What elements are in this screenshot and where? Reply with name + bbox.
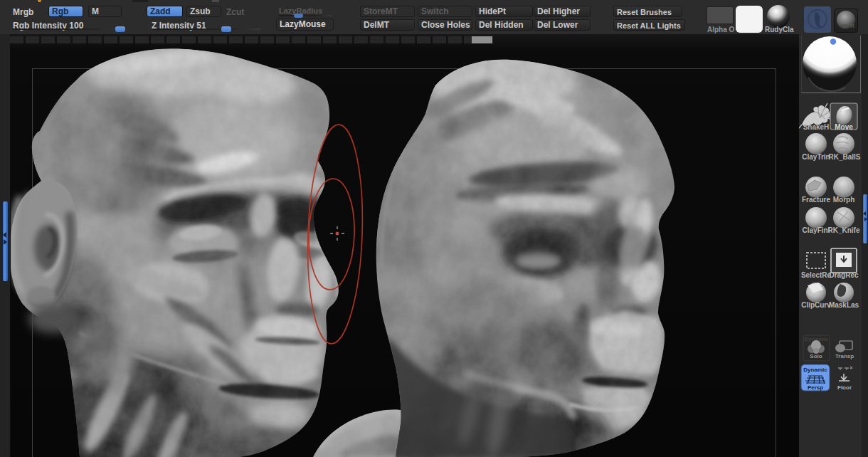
svg-text:SnakeH: SnakeH xyxy=(803,123,830,131)
svg-text:Solo: Solo xyxy=(810,353,822,359)
svg-text:ClayFini: ClayFini xyxy=(803,226,830,234)
svg-text:RK_BallS: RK_BallS xyxy=(828,153,860,161)
svg-text:Persp: Persp xyxy=(808,384,823,391)
svg-text:MaskLas: MaskLas xyxy=(829,301,859,309)
svg-text:Move: Move xyxy=(835,123,853,131)
svg-text:DragRec: DragRec xyxy=(829,271,859,279)
svg-text:RK_Knife: RK_Knife xyxy=(827,226,859,234)
svg-text:Fracture: Fracture xyxy=(802,196,830,204)
svg-text:Transp: Transp xyxy=(835,353,854,359)
svg-text:Dynamic: Dynamic xyxy=(803,367,827,373)
svg-text:Morph: Morph xyxy=(833,196,855,204)
svg-text:ClipCurv: ClipCurv xyxy=(801,301,831,309)
svg-text:ClayTrin: ClayTrin xyxy=(802,153,830,161)
svg-text:Floor: Floor xyxy=(837,384,852,391)
svg-text:SelectRe: SelectRe xyxy=(801,271,832,279)
